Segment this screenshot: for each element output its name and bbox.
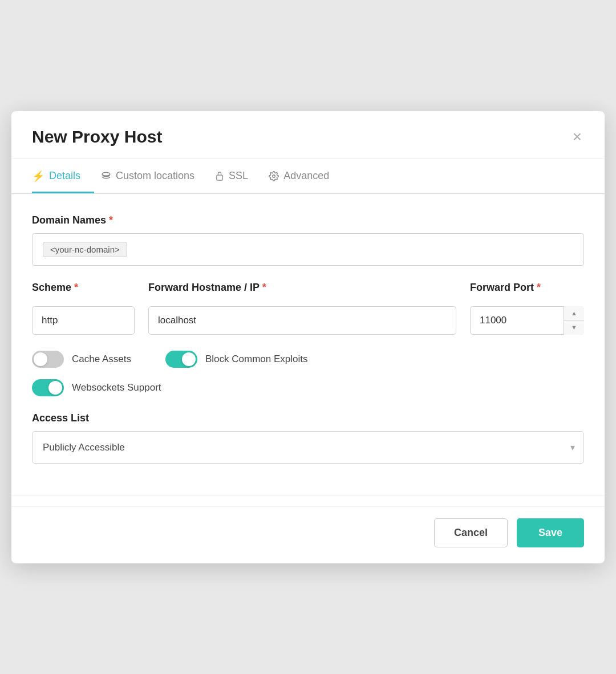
port-group: Forward Port * ▲ ▼: [470, 282, 584, 335]
scheme-group: Scheme *: [32, 282, 135, 335]
websockets-toggle[interactable]: [32, 379, 64, 396]
block-exploits-group: Block Common Exploits: [165, 351, 308, 368]
access-list-wrap: Publicly Accessible: [32, 431, 584, 464]
hostname-group: Forward Hostname / IP *: [148, 282, 456, 335]
access-list-select[interactable]: Publicly Accessible: [32, 431, 584, 464]
scheme-label: Scheme *: [32, 282, 135, 294]
svg-point-0: [102, 173, 110, 176]
port-required-indicator: *: [537, 282, 541, 293]
block-exploits-track: [165, 351, 197, 368]
cache-assets-label: Cache Assets: [72, 354, 131, 365]
domain-names-label: Domain Names *: [32, 214, 584, 226]
details-icon: ⚡: [32, 170, 44, 182]
block-exploits-label: Block Common Exploits: [205, 354, 308, 365]
cache-assets-toggle[interactable]: [32, 351, 64, 368]
scheme-input[interactable]: [32, 306, 135, 335]
domain-tag: <your-nc-domain>: [43, 242, 127, 257]
domain-names-input-area[interactable]: <your-nc-domain>: [32, 233, 584, 266]
port-spinners: ▲ ▼: [564, 306, 584, 335]
cache-assets-group: Cache Assets: [32, 351, 131, 368]
hostname-label: Forward Hostname / IP *: [148, 282, 456, 294]
tab-advanced-label: Advanced: [283, 170, 329, 182]
tab-details[interactable]: ⚡ Details: [32, 159, 94, 193]
advanced-icon: [269, 170, 279, 182]
close-button[interactable]: ×: [570, 129, 584, 145]
connection-fields-row: Scheme * Forward Hostname / IP * Forward…: [32, 282, 584, 335]
modal-title: New Proxy Host: [32, 127, 162, 147]
hostname-required-indicator: *: [262, 282, 266, 293]
port-decrement-button[interactable]: ▼: [564, 320, 584, 335]
websockets-track: [32, 379, 64, 396]
websockets-label: Websockets Support: [72, 382, 161, 393]
svg-rect-1: [217, 175, 222, 180]
port-label: Forward Port *: [470, 282, 584, 294]
block-exploits-toggle[interactable]: [165, 351, 197, 368]
tab-advanced[interactable]: Advanced: [269, 159, 343, 193]
port-increment-button[interactable]: ▲: [564, 306, 584, 321]
footer-divider: [11, 496, 605, 496]
modal-body: Domain Names * <your-nc-domain> Scheme *…: [11, 194, 605, 496]
tab-ssl[interactable]: SSL: [215, 159, 262, 193]
tab-details-label: Details: [49, 170, 80, 182]
access-list-label: Access List: [32, 412, 584, 424]
custom-locations-icon: [101, 170, 111, 182]
websockets-row: Websockets Support: [32, 379, 584, 396]
scheme-required-indicator: *: [74, 282, 78, 293]
cache-assets-thumb: [34, 352, 47, 366]
cache-assets-track: [32, 351, 64, 368]
ssl-icon: [215, 170, 224, 182]
port-input-wrap: ▲ ▼: [470, 306, 584, 335]
modal-footer: Cancel Save: [11, 506, 605, 563]
hostname-input[interactable]: [148, 306, 456, 335]
modal-header: New Proxy Host ×: [11, 111, 605, 159]
svg-point-2: [273, 175, 275, 178]
toggles-row-1: Cache Assets Block Common Exploits: [32, 351, 584, 368]
domain-required-indicator: *: [109, 214, 113, 226]
tab-custom-locations[interactable]: Custom locations: [101, 159, 208, 193]
websockets-thumb: [48, 381, 62, 395]
block-exploits-thumb: [182, 352, 196, 366]
tab-custom-locations-label: Custom locations: [116, 170, 194, 182]
cancel-button[interactable]: Cancel: [434, 518, 508, 547]
save-button[interactable]: Save: [517, 518, 584, 547]
new-proxy-host-modal: New Proxy Host × ⚡ Details Custom locati…: [11, 111, 605, 563]
tab-ssl-label: SSL: [229, 170, 248, 182]
tab-bar: ⚡ Details Custom locations SSL Advanced: [11, 159, 605, 194]
